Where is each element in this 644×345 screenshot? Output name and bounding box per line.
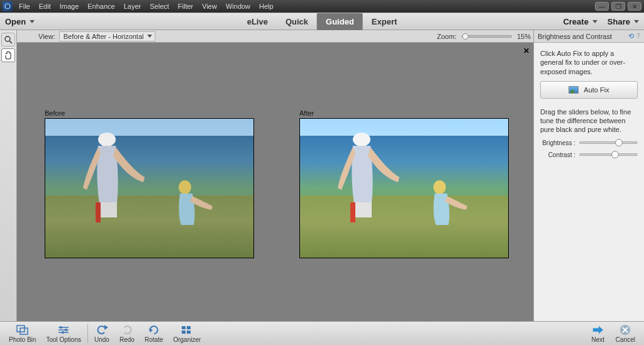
close-document-icon[interactable]: ✕: [523, 47, 530, 55]
svg-rect-8: [354, 202, 372, 217]
menu-file[interactable]: File: [19, 3, 30, 10]
photo-bin-label: Photo Bin: [9, 336, 36, 343]
svg-point-10: [433, 180, 446, 194]
cancel-label: Cancel: [616, 336, 635, 343]
main-row: View: Before & After - Horizontal Zoom: …: [0, 30, 644, 321]
brightness-label: Brightness :: [540, 140, 575, 146]
panel-desc: Drag the sliders below, to fine tune the…: [540, 107, 638, 134]
contrast-slider[interactable]: [579, 153, 638, 156]
tool-options-icon: [57, 324, 70, 336]
caret-down-icon: [634, 20, 639, 23]
window-maximize-button[interactable]: ❐: [611, 2, 625, 11]
zoom-tool[interactable]: [1, 33, 15, 47]
next-button[interactable]: Next: [586, 324, 611, 343]
menu-select[interactable]: Select: [150, 3, 169, 10]
menu-view[interactable]: View: [202, 3, 217, 10]
organizer-button[interactable]: Organizer: [168, 324, 206, 343]
zoom-value: 15%: [517, 33, 531, 40]
menu-filter[interactable]: Filter: [178, 3, 193, 10]
view-select[interactable]: Before & After - Horizontal: [59, 31, 156, 41]
share-button[interactable]: Share: [608, 17, 639, 26]
main-menu: File Edit Image Enhance Layer Select Fil…: [19, 3, 274, 10]
svg-rect-11: [17, 326, 25, 332]
svg-point-6: [179, 180, 191, 194]
zoom-label: Zoom:: [437, 33, 457, 40]
svg-point-17: [65, 329, 67, 331]
separator: [87, 324, 88, 343]
svg-point-16: [60, 326, 62, 329]
svg-point-3: [98, 133, 116, 146]
brightness-thumb[interactable]: [615, 139, 623, 146]
canvas-area: ✕ Before: [17, 43, 533, 321]
rotate-button[interactable]: Rotate: [140, 324, 168, 343]
undo-icon: [96, 324, 108, 336]
photo-bin-button[interactable]: Photo Bin: [4, 324, 41, 343]
contrast-label: Contrast :: [540, 151, 575, 158]
hand-tool[interactable]: [1, 48, 15, 62]
contrast-thumb[interactable]: [611, 151, 619, 158]
redo-icon: [121, 324, 133, 336]
before-label: Before: [45, 109, 254, 117]
window-minimize-button[interactable]: —: [595, 2, 609, 11]
zoom-slider[interactable]: [462, 35, 512, 38]
app-logo-icon: [3, 1, 13, 11]
tab-guided[interactable]: Guided: [317, 13, 363, 30]
svg-rect-12: [20, 328, 28, 334]
menu-edit[interactable]: Edit: [39, 3, 51, 10]
rotate-label: Rotate: [145, 336, 163, 343]
svg-line-2: [9, 41, 12, 43]
undo-button[interactable]: Undo: [89, 324, 114, 343]
view-value: Before & After - Horizontal: [64, 33, 144, 40]
svg-rect-4: [99, 202, 117, 217]
menu-image[interactable]: Image: [60, 3, 79, 10]
zoom-thumb[interactable]: [462, 33, 469, 40]
tab-expert[interactable]: Expert: [363, 13, 406, 30]
svg-point-1: [5, 36, 10, 41]
brightness-slider[interactable]: [579, 141, 638, 144]
organizer-icon: [180, 324, 193, 336]
help-icon[interactable]: ?: [636, 32, 640, 40]
menu-layer[interactable]: Layer: [124, 3, 142, 10]
open-button[interactable]: Open: [5, 17, 35, 26]
mode-tabs: eLive Quick Guided Expert: [238, 13, 406, 30]
bottom-bar: Photo Bin Tool Options Undo Redo Rotate …: [0, 321, 644, 345]
menu-window[interactable]: Window: [226, 3, 250, 10]
caret-down-icon: [592, 20, 597, 23]
redo-button[interactable]: Redo: [114, 324, 140, 343]
title-bar: File Edit Image Enhance Layer Select Fil…: [0, 0, 644, 13]
next-arrow-icon: [592, 324, 604, 336]
panel-header: Brightness and Contrast ⟲ ?: [534, 30, 644, 43]
auto-fix-button[interactable]: Auto Fix: [540, 81, 638, 99]
cancel-button[interactable]: Cancel: [611, 324, 640, 343]
tab-elive[interactable]: eLive: [238, 13, 277, 30]
tool-options-label: Tool Options: [46, 336, 81, 343]
menu-enhance[interactable]: Enhance: [87, 3, 114, 10]
panel-title: Brightness and Contrast: [538, 33, 612, 40]
svg-point-18: [62, 331, 64, 334]
auto-fix-label: Auto Fix: [584, 86, 609, 94]
window-close-button[interactable]: ✕: [628, 2, 641, 11]
rotate-icon: [148, 324, 160, 336]
create-button[interactable]: Create: [563, 17, 597, 26]
reset-icon[interactable]: ⟲: [628, 32, 634, 40]
redo-label: Redo: [119, 336, 135, 343]
create-label: Create: [563, 17, 588, 26]
right-panel: Brightness and Contrast ⟲ ? Click Auto F…: [533, 30, 644, 321]
after-image: [299, 118, 509, 258]
share-label: Share: [608, 17, 630, 26]
view-label: View:: [38, 33, 55, 40]
svg-rect-20: [187, 326, 191, 329]
tab-quick[interactable]: Quick: [277, 13, 317, 30]
action-bar: Open eLive Quick Guided Expert Create Sh…: [0, 13, 644, 30]
svg-rect-5: [96, 202, 101, 222]
autofix-icon: [569, 86, 579, 94]
svg-rect-9: [350, 202, 355, 222]
photo-bin-icon: [16, 324, 29, 336]
menu-help[interactable]: Help: [259, 3, 274, 10]
open-label: Open: [5, 17, 26, 26]
cancel-icon: [619, 324, 631, 336]
panel-hint: Click Auto Fix to apply a general fix to…: [540, 49, 638, 76]
after-label: After: [299, 109, 509, 117]
tool-options-button[interactable]: Tool Options: [41, 324, 86, 343]
svg-rect-21: [182, 331, 186, 334]
